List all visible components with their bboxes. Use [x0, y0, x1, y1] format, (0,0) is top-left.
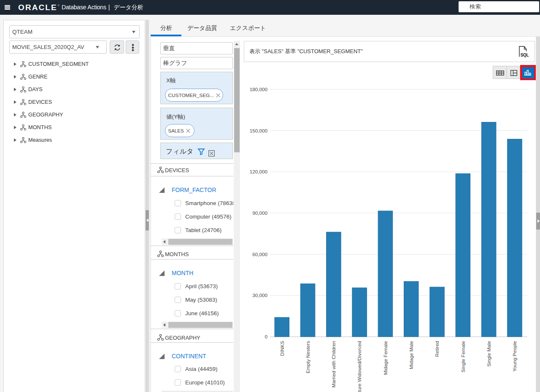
svg-text:Single Female: Single Female: [460, 341, 466, 373]
svg-text:90,000: 90,000: [252, 210, 267, 216]
svg-text:Young People: Young People: [512, 341, 517, 371]
svg-text:Single Male: Single Male: [486, 341, 491, 367]
svg-text:Midage Male: Midage Male: [408, 341, 414, 369]
svg-text:180,000: 180,000: [250, 87, 268, 92]
svg-text:Empty Nesters: Empty Nesters: [305, 341, 310, 373]
svg-text:Married with Children: Married with Children: [331, 341, 336, 387]
svg-text:Retired: Retired: [434, 341, 440, 357]
svg-text:Midage Female: Midage Female: [383, 341, 388, 375]
svg-text:0: 0: [265, 334, 267, 339]
svg-text:30,000: 30,000: [252, 292, 267, 298]
svg-text:60,000: 60,000: [252, 251, 267, 257]
svg-text:Mature Widowed/Divorced: Mature Widowed/Divorced: [356, 341, 362, 392]
svg-text:ORACLE: ORACLE: [18, 4, 57, 12]
svg-text:DINKS: DINKS: [279, 341, 285, 356]
svg-text:150,000: 150,000: [250, 128, 268, 133]
svg-text:SQL: SQL: [521, 53, 529, 57]
svg-text:120,000: 120,000: [250, 169, 268, 174]
